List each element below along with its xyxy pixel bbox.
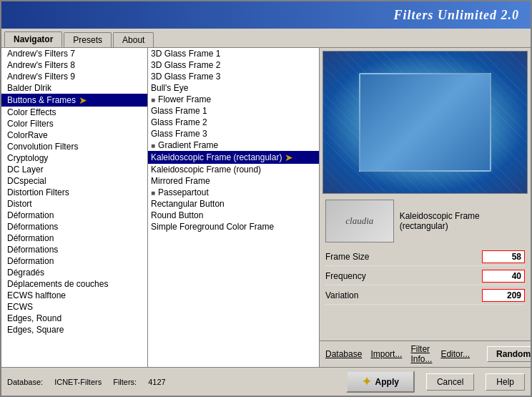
bullet-icon: ■	[151, 189, 155, 197]
preview-inner-rect	[359, 73, 491, 172]
nav-item-andrews7[interactable]: Andrew's Filters 7	[1, 48, 147, 59]
nav-item-ecws-halftone[interactable]: ECWS halftone	[1, 290, 147, 301]
param-label-frame-size: Frame Size	[325, 252, 482, 262]
filter-item-rectangular-btn[interactable]: Rectangular Button	[148, 198, 319, 210]
nav-panel: Andrew's Filters 7 Andrew's Filters 8 An…	[1, 48, 148, 367]
filter-panel: 3D Glass Frame 1 3D Glass Frame 2 3D Gla…	[148, 48, 320, 367]
nav-item-buttons-frames[interactable]: Buttons & Frames ➤	[1, 94, 147, 107]
filter-item-glass1[interactable]: Glass Frame 1	[148, 105, 319, 117]
param-row-frequency: Frequency 40	[325, 268, 525, 285]
bullet-icon: ■	[151, 142, 155, 150]
bottom-toolbar: Database Import... Filter Info... Editor…	[320, 340, 531, 367]
filter-item-bulls-eye[interactable]: Bull's Eye	[148, 82, 319, 94]
title-bar: Filters Unlimited 2.0	[1, 1, 531, 29]
filter-item-simple-fg[interactable]: Simple Foreground Color Frame	[148, 221, 319, 232]
nav-item-edges-round[interactable]: Edges, Round	[1, 313, 147, 324]
nav-item-deformation1[interactable]: Déformation	[1, 210, 147, 221]
import-link[interactable]: Import...	[370, 349, 402, 359]
nav-item-cryptology[interactable]: Cryptology	[1, 152, 147, 164]
nav-item-dcspecial[interactable]: DCspecial	[1, 175, 147, 187]
thumbnail-text: claudia	[345, 215, 373, 227]
status-database-label: Database:	[7, 378, 43, 386]
nav-item-deformations2[interactable]: Déformations	[1, 244, 147, 255]
nav-item-colorrave[interactable]: ColorRave	[1, 129, 147, 141]
filter-name-label: Kaleidoscopic Frame (rectangular)	[400, 211, 525, 231]
nav-item-convolution[interactable]: Convolution Filters	[1, 141, 147, 152]
param-value-frequency: 40	[482, 270, 525, 283]
tabs-row: Navigator Presets About	[1, 29, 531, 48]
randomize-button[interactable]: Randomize	[487, 346, 531, 362]
filter-item-glass3[interactable]: Glass Frame 3	[148, 128, 319, 139]
param-value-variation: 209	[482, 289, 525, 302]
param-row-frame-size: Frame Size 58	[325, 248, 525, 266]
main-content: Andrew's Filters 7 Andrew's Filters 8 An…	[1, 48, 531, 367]
status-bar: Database: ICNET-Filters Filters: 4127 ✦ …	[1, 367, 531, 396]
filter-item-3dglass2[interactable]: 3D Glass Frame 2	[148, 59, 319, 71]
status-database-value: ICNET-Filters	[54, 378, 102, 386]
filter-item-3dglass1[interactable]: 3D Glass Frame 1	[148, 48, 319, 59]
filter-item-gradient[interactable]: ■Gradient Frame	[148, 139, 319, 151]
filter-item-flower[interactable]: ■Flower Frame	[148, 94, 319, 105]
bottom-preview: claudia Kaleidoscopic Frame (rectangular…	[320, 197, 531, 245]
preview-area	[322, 51, 528, 194]
nav-item-deplacements[interactable]: Déplacements de couches	[1, 278, 147, 290]
nav-item-dc-layer[interactable]: DC Layer	[1, 164, 147, 175]
nav-item-degrades[interactable]: Dégradés	[1, 267, 147, 278]
filter-item-glass2[interactable]: Glass Frame 2	[148, 117, 319, 128]
main-window: Filters Unlimited 2.0 Navigator Presets …	[0, 0, 532, 397]
status-filters-label: Filters:	[113, 378, 137, 386]
apply-button[interactable]: ✦ Apply	[346, 371, 415, 393]
nav-item-deformation3[interactable]: Déformation	[1, 255, 147, 267]
tab-presets[interactable]: Presets	[64, 32, 112, 47]
bullet-icon: ■	[151, 96, 155, 104]
app-title: Filters Unlimited 2.0	[393, 8, 519, 23]
tab-about[interactable]: About	[113, 32, 154, 47]
thumbnail: claudia	[325, 200, 394, 242]
filter-item-round-btn[interactable]: Round Button	[148, 210, 319, 221]
filter-item-kaleidoscopic-rect[interactable]: Kaleidoscopic Frame (rectangular) ➤	[148, 151, 319, 164]
tab-navigator[interactable]: Navigator	[4, 31, 62, 47]
filter-item-3dglass3[interactable]: 3D Glass Frame 3	[148, 71, 319, 82]
param-row-variation: Variation 209	[325, 287, 525, 305]
param-label-frequency: Frequency	[325, 271, 482, 281]
apply-label: Apply	[375, 377, 399, 387]
right-panel: claudia Kaleidoscopic Frame (rectangular…	[320, 48, 531, 367]
nav-item-ecws[interactable]: ECWS	[1, 301, 147, 313]
filter-info-link[interactable]: Filter Info...	[410, 344, 432, 364]
params-area: Frame Size 58 Frequency 40 Variation 209	[320, 245, 531, 340]
star-icon: ✦	[362, 375, 371, 388]
nav-item-color-filters[interactable]: Color Filters	[1, 118, 147, 129]
arrow-right-icon: ➤	[285, 152, 293, 163]
status-filters-value: 4127	[148, 378, 165, 386]
nav-item-deformation2[interactable]: Déformation	[1, 232, 147, 244]
filter-item-mirrored[interactable]: Mirrored Frame	[148, 175, 319, 187]
filter-item-passepartout[interactable]: ■Passepartout	[148, 187, 319, 198]
filter-item-kaleidoscopic-round[interactable]: Kaleidoscopic Frame (round)	[148, 164, 319, 175]
nav-item-distortion[interactable]: Distortion Filters	[1, 187, 147, 198]
nav-item-distort[interactable]: Distort	[1, 198, 147, 210]
cancel-button[interactable]: Cancel	[426, 373, 474, 391]
filter-list[interactable]: 3D Glass Frame 1 3D Glass Frame 2 3D Gla…	[148, 48, 319, 367]
nav-item-edges-square[interactable]: Edges, Square	[1, 324, 147, 335]
editor-link[interactable]: Editor...	[440, 349, 470, 359]
param-value-frame-size: 58	[482, 250, 525, 263]
param-label-variation: Variation	[325, 290, 482, 300]
database-link[interactable]: Database	[325, 349, 362, 359]
help-button[interactable]: Help	[486, 373, 525, 391]
nav-item-color-effects[interactable]: Color Effects	[1, 107, 147, 118]
nav-item-andrews8[interactable]: Andrew's Filters 8	[1, 59, 147, 71]
nav-item-deformations1[interactable]: Déformations	[1, 221, 147, 232]
nav-list[interactable]: Andrew's Filters 7 Andrew's Filters 8 An…	[1, 48, 147, 367]
arrow-right-icon: ➤	[79, 94, 87, 106]
nav-item-andrews9[interactable]: Andrew's Filters 9	[1, 71, 147, 82]
nav-item-balder[interactable]: Balder Dlrik	[1, 82, 147, 94]
